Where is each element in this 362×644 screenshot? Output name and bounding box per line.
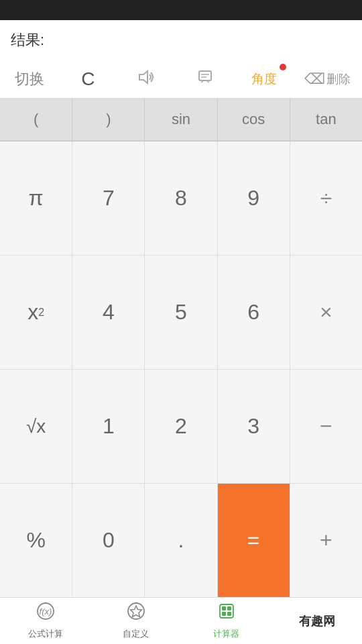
paren-open-button[interactable]: ( <box>0 99 72 140</box>
svg-marker-9 <box>130 606 141 617</box>
bottom-nav: f(x) 公式计算 自定义 计算器 有趣网 <box>0 597 362 644</box>
status-bar <box>0 0 362 20</box>
edit-icon <box>197 69 213 89</box>
calculator-icon <box>217 602 236 625</box>
pi-button[interactable]: π <box>0 142 72 255</box>
key-4[interactable]: 4 <box>72 256 145 369</box>
svg-rect-1 <box>199 71 211 80</box>
angle-button[interactable]: 角度 <box>241 68 288 91</box>
brand-label: 有趣网 <box>299 613 335 629</box>
square-button[interactable]: x2 <box>0 256 72 369</box>
divide-button[interactable]: ÷ <box>290 142 362 255</box>
sound-icon <box>138 70 156 89</box>
svg-rect-13 <box>222 612 226 616</box>
angle-dot <box>280 64 286 70</box>
sin-button[interactable]: sin <box>145 99 217 140</box>
clear-button[interactable]: C <box>64 66 111 93</box>
result-area: 结果: <box>0 20 362 60</box>
result-label: 结果: <box>11 30 44 50</box>
svg-rect-11 <box>222 606 226 610</box>
key-1[interactable]: 1 <box>72 370 145 483</box>
key-6[interactable]: 6 <box>218 256 290 369</box>
key-row-4: % 0 . = + <box>0 484 362 597</box>
key-8[interactable]: 8 <box>145 142 217 255</box>
key-row-3: √x 1 2 3 − <box>0 370 362 484</box>
key-3[interactable]: 3 <box>218 370 290 483</box>
equals-button[interactable]: = <box>218 484 290 597</box>
nav-label-calculator: 计算器 <box>213 628 239 640</box>
svg-rect-10 <box>220 604 233 618</box>
svg-marker-0 <box>139 71 147 83</box>
key-row-1: π 7 8 9 ÷ <box>0 142 362 256</box>
sound-button[interactable] <box>123 67 170 91</box>
key-0[interactable]: 0 <box>72 484 145 597</box>
nav-item-brand: 有趣网 <box>290 613 344 629</box>
decimal-button[interactable]: . <box>145 484 217 597</box>
nav-item-custom[interactable]: 自定义 <box>109 602 163 640</box>
sqrt-button[interactable]: √x <box>0 370 72 483</box>
key-row-2: x2 4 5 6 × <box>0 256 362 370</box>
svg-text:f(x): f(x) <box>39 606 52 616</box>
custom-icon <box>127 602 145 625</box>
add-button[interactable]: + <box>290 484 362 597</box>
edit-button[interactable] <box>182 66 229 92</box>
key-5[interactable]: 5 <box>145 256 217 369</box>
multiply-button[interactable]: × <box>290 256 362 369</box>
keypad: π 7 8 9 ÷ x2 4 5 6 × √x 1 2 3 − % 0 . = … <box>0 142 362 597</box>
svg-rect-14 <box>227 612 231 616</box>
delete-icon: ⌫ <box>304 70 325 88</box>
toolbar: 切换 C 角度 ⌫ 删除 <box>0 60 362 99</box>
tan-button[interactable]: tan <box>290 99 362 140</box>
cos-button[interactable]: cos <box>218 99 290 140</box>
key-7[interactable]: 7 <box>72 142 145 255</box>
percent-button[interactable]: % <box>0 484 72 597</box>
svg-rect-12 <box>227 606 231 610</box>
subtract-button[interactable]: − <box>290 370 362 483</box>
nav-label-formula: 公式计算 <box>28 628 63 640</box>
key-2[interactable]: 2 <box>145 370 217 483</box>
key-9[interactable]: 9 <box>218 142 290 255</box>
nav-item-calculator[interactable]: 计算器 <box>200 602 253 640</box>
nav-label-custom: 自定义 <box>123 628 149 640</box>
func-row: ( ) sin cos tan <box>0 99 362 142</box>
formula-icon: f(x) <box>36 602 55 625</box>
paren-close-button[interactable]: ) <box>72 99 145 140</box>
nav-item-formula[interactable]: f(x) 公式计算 <box>19 602 72 640</box>
switch-button[interactable]: 切换 <box>6 66 53 92</box>
delete-button[interactable]: ⌫ 删除 <box>299 68 356 91</box>
